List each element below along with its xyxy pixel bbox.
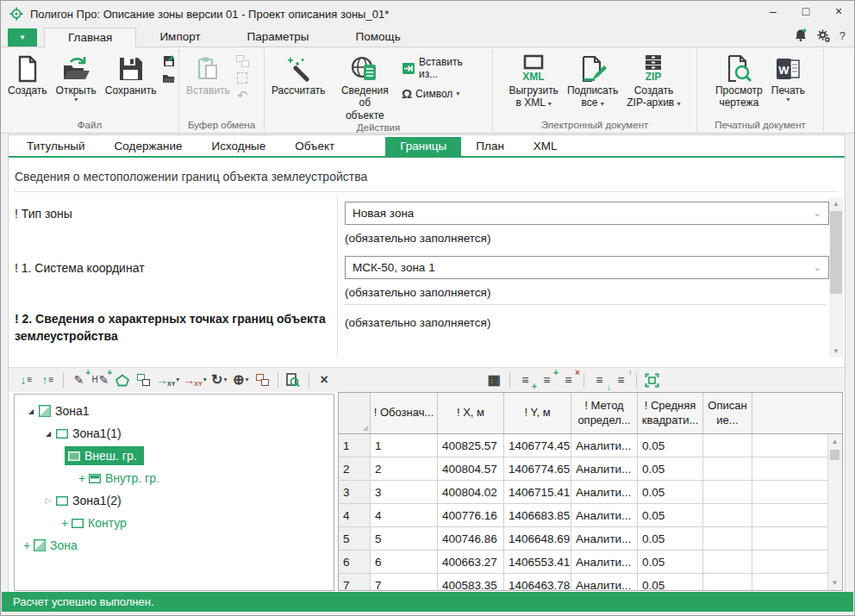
table-row[interactable]: 2 2 400804.57 1406774.65 Аналити... 0.05 xyxy=(339,457,828,481)
tab-object[interactable]: Объект xyxy=(280,137,349,156)
select-all-corner[interactable]: ◢ xyxy=(339,393,371,433)
rotate-contour-button[interactable]: ↻▾ xyxy=(210,370,228,389)
tab-borders[interactable]: Границы xyxy=(385,137,461,156)
ribbon-tab-import[interactable]: Импорт xyxy=(136,28,223,47)
import-coordinates-button[interactable]: →XY▾ xyxy=(156,370,179,389)
print-dropdown-caret[interactable]: ▾ xyxy=(786,96,789,103)
expand-closed-icon[interactable]: ▷ xyxy=(42,496,54,505)
tab-xml[interactable]: XML xyxy=(519,137,572,156)
coordinate-system-select[interactable]: МСК-50, зона 1 ⌄ xyxy=(345,256,829,279)
delete-row-button[interactable]: ≡× xyxy=(559,370,577,389)
tab-title-page[interactable]: Титульный xyxy=(12,137,100,156)
col-header-method[interactable]: ! Метод определ... xyxy=(571,393,638,433)
coordinate-transform-button[interactable]: ⊕▾ xyxy=(232,370,250,389)
sign-all-button[interactable]: Подписатьвсе ▾ xyxy=(563,48,622,120)
ribbon-tab-help[interactable]: Помощь xyxy=(333,28,424,47)
open-dropdown-caret[interactable]: ▾ xyxy=(74,96,78,103)
ribbon-tab-main[interactable]: Главная xyxy=(44,28,136,47)
tab-contents[interactable]: Содержание xyxy=(100,137,197,156)
preview-points-button[interactable] xyxy=(284,370,303,389)
table-header-row: ◢ ! Обознач... ! X, м ! Y, м ! Метод опр… xyxy=(339,393,842,434)
table-row[interactable]: 1 1 400825.57 1406774.45 Аналити... 0.05 xyxy=(339,434,828,457)
tree-item-zona[interactable]: + Зона xyxy=(15,534,334,557)
tree-item-kontur[interactable]: + Контур xyxy=(15,512,334,534)
polygon-button[interactable] xyxy=(113,370,131,389)
ribbon-tab-parameters[interactable]: Параметры xyxy=(224,28,333,47)
paste-special-button[interactable] xyxy=(236,72,249,84)
export-xml-button[interactable]: XML Выгрузитьв XML ▾ xyxy=(504,48,563,120)
table-row[interactable]: 4 4 400776.16 1406683.85 Аналити... 0.05 xyxy=(339,504,828,527)
overlay-check-button[interactable] xyxy=(253,370,271,389)
copy-button[interactable] xyxy=(236,54,249,67)
undo-button[interactable]: ↶ xyxy=(236,89,249,102)
insert-from-button[interactable]: Вставить из... xyxy=(402,56,484,80)
move-row-up-button[interactable]: ≡↑ xyxy=(612,370,630,389)
save-button[interactable]: Сохранить xyxy=(101,48,161,120)
insert-row-button[interactable]: ≡+ xyxy=(538,370,556,389)
col-header-description[interactable]: Описание... xyxy=(703,393,752,433)
svg-text:XML: XML xyxy=(522,71,544,83)
col-header-designation[interactable]: ! Обознач... xyxy=(371,393,438,433)
col-header-y[interactable]: ! Y, м xyxy=(504,393,571,433)
tab-source[interactable]: Исходные xyxy=(197,137,281,156)
settings-gear-icon[interactable] xyxy=(817,29,830,42)
tab-plan[interactable]: План xyxy=(461,137,519,156)
create-button[interactable]: Создать xyxy=(3,48,52,120)
col-header-x[interactable]: ! X, м xyxy=(438,393,504,433)
tree-item-outer-boundary[interactable]: Внеш. гр. xyxy=(15,445,334,467)
tree-plus-icon[interactable]: + xyxy=(22,538,32,552)
tree-item-zona1-1[interactable]: ◢ Зона1(1) xyxy=(15,422,334,445)
export-coordinates-button[interactable]: →XY▾ xyxy=(183,370,206,389)
tree-plus-icon[interactable]: + xyxy=(77,471,87,485)
scroll-down-icon[interactable]: ▼ xyxy=(829,347,843,355)
add-row-button[interactable]: ≡+ xyxy=(516,370,534,389)
copy-contour-button[interactable] xyxy=(134,370,153,389)
expand-open-icon[interactable]: ◢ xyxy=(25,408,37,415)
expand-open-icon[interactable]: ◢ xyxy=(42,430,54,438)
preview-drawing-button[interactable]: Просмотрчертежа xyxy=(711,48,767,120)
maximize-button[interactable]: □ xyxy=(799,4,813,18)
help-icon[interactable]: ? xyxy=(839,29,846,42)
save-as-button[interactable] xyxy=(162,54,175,67)
notifications-bell-icon[interactable] xyxy=(794,28,808,42)
selected-tree-item[interactable]: Внеш. гр. xyxy=(65,446,144,465)
renumber-forward-button[interactable]: ↓≡ xyxy=(17,370,35,389)
scrollbar-thumb[interactable] xyxy=(830,450,839,460)
scroll-up-icon[interactable]: ▲ xyxy=(829,200,843,208)
open-button[interactable]: Открыть ▾ xyxy=(52,48,101,120)
required-note: (обязательно заполняется) xyxy=(345,232,490,245)
table-row[interactable]: 7 7 400583.35 1406463.78 Аналити... 0.05 xyxy=(339,574,828,591)
app-menu-button[interactable]: ▼ xyxy=(8,28,37,47)
fit-view-button[interactable] xyxy=(643,370,661,389)
auto-number-button[interactable]: H✎+ xyxy=(91,370,109,389)
auto-name-button[interactable]: ✎+ xyxy=(70,370,88,389)
calculate-button[interactable]: Рассчитать xyxy=(267,48,330,122)
minimize-button[interactable]: – xyxy=(766,4,780,18)
tree-item-zona1-2[interactable]: ▷ Зона1(2) xyxy=(15,489,334,512)
tree-plus-icon[interactable]: + xyxy=(59,516,70,530)
object-info-button[interactable]: Сведения обобъекте xyxy=(330,48,400,122)
zone-type-select[interactable]: Новая зона ⌄ xyxy=(345,202,829,225)
save-copy-button[interactable] xyxy=(162,72,175,84)
tree-item-zona1[interactable]: ◢ Зона1 xyxy=(15,400,334,422)
create-zip-button[interactable]: ZIP СоздатьZIP-архив ▾ xyxy=(622,48,684,120)
symbol-button[interactable]: Ω Символ ▾ xyxy=(402,87,484,100)
table-settings-button[interactable]: ▦ xyxy=(485,370,503,389)
move-row-down-button[interactable]: ≡↓ xyxy=(590,370,608,389)
table-scrollbar[interactable]: ▲ ▼ xyxy=(827,434,842,590)
renumber-reverse-button[interactable]: ↑≡ xyxy=(39,370,57,389)
sign-document-icon xyxy=(579,53,607,84)
paste-button[interactable]: Вставить xyxy=(182,48,234,120)
print-button[interactable]: W Печать ▾ xyxy=(767,48,809,120)
tree-item-inner-boundary[interactable]: + Внутр. гр. xyxy=(15,467,334,489)
close-button[interactable]: × xyxy=(832,4,846,18)
col-header-rms[interactable]: ! Средняя квадрати... xyxy=(638,393,703,433)
form-scrollbar[interactable]: ▲ ▼ xyxy=(829,197,843,358)
scrollbar-thumb[interactable] xyxy=(830,211,842,294)
scroll-up-icon[interactable]: ▲ xyxy=(828,438,841,445)
table-row[interactable]: 6 6 400663.27 1406553.41 Аналити... 0.05 xyxy=(339,551,828,574)
scroll-down-icon[interactable]: ▼ xyxy=(828,579,841,587)
delete-button[interactable]: × xyxy=(315,370,334,389)
table-row[interactable]: 5 5 400746.86 1406648.69 Аналити... 0.05 xyxy=(339,527,828,551)
table-row[interactable]: 3 3 400804.02 1406715.41 Аналити... 0.05 xyxy=(339,481,828,504)
